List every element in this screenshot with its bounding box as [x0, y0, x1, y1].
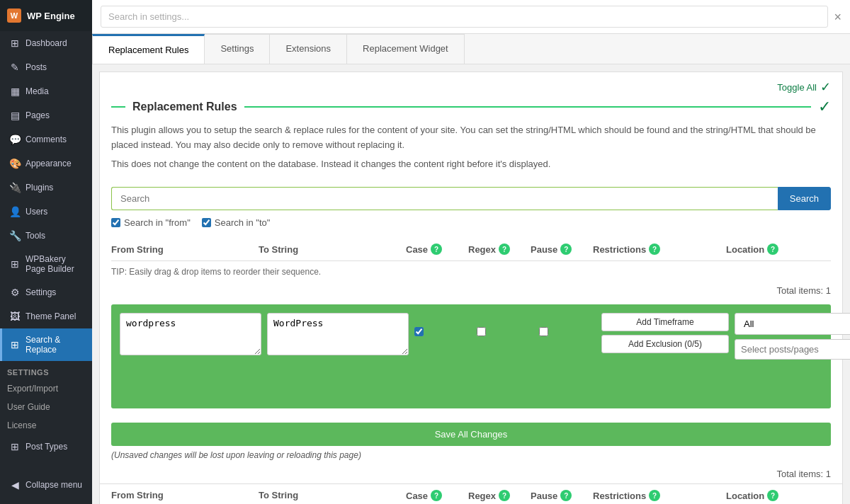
th-to-string: To String	[259, 244, 400, 255]
sidebar-item-label: Theme Panel	[26, 311, 76, 321]
regex-help-icon[interactable]: ?	[499, 244, 510, 255]
rule-row-wrap: wordpress WordPress	[111, 304, 831, 408]
tab-replacement-rules[interactable]: Replacement Rules	[92, 34, 205, 64]
sidebar-item-search-replace[interactable]: ⊞ Search & Replace	[0, 328, 92, 361]
sidebar-item-plugins[interactable]: 🔌 Plugins	[0, 176, 92, 200]
bth-pause-help-icon[interactable]: ?	[560, 490, 572, 501]
sidebar-item-comments[interactable]: 💬 Comments	[0, 127, 92, 151]
bth-location-help-icon[interactable]: ?	[767, 490, 778, 501]
case-help-icon[interactable]: ?	[431, 244, 442, 255]
bth-restrictions-help-icon[interactable]: ?	[649, 490, 660, 501]
save-all-changes-button[interactable]: Save All Changes	[111, 423, 831, 446]
to-string-input[interactable]: WordPress	[267, 313, 409, 355]
tab-replacement-widget[interactable]: Replacement Widget	[346, 34, 465, 64]
sidebar-item-label: Posts	[26, 62, 47, 72]
settings-search-input[interactable]	[101, 6, 828, 28]
sidebar-item-pages[interactable]: ▤ Pages	[0, 103, 92, 127]
case-checkbox[interactable]	[414, 327, 424, 336]
bth-restrictions: Restrictions ?	[593, 490, 720, 501]
toggle-all-button[interactable]: Toggle All ✓	[777, 79, 831, 95]
sidebar-item-wpbakery[interactable]: ⊞ WPBakery Page Builder	[0, 248, 92, 280]
section-title: Replacement Rules	[132, 101, 237, 113]
th-location-label: Location	[726, 244, 764, 255]
sidebar-sub-userguide[interactable]: User Guide	[0, 398, 92, 416]
sidebar-item-posts[interactable]: ✎ Posts	[0, 55, 92, 79]
add-exclusion-button[interactable]: Add Exclusion (0/5)	[601, 335, 729, 353]
th-to-string-label: To String	[259, 244, 298, 255]
location-pages-input[interactable]	[735, 339, 850, 360]
sidebar-item-dashboard[interactable]: ⊞ Dashboard	[0, 31, 92, 55]
location-all-select[interactable]: All	[735, 313, 850, 335]
sidebar-item-appearance[interactable]: 🎨 Appearance	[0, 151, 92, 176]
bth-case-help-icon[interactable]: ?	[431, 490, 442, 501]
sidebar-item-label: Settings	[26, 287, 56, 297]
add-timeframe-button[interactable]: Add Timeframe	[601, 313, 729, 331]
location-help-icon[interactable]: ?	[767, 244, 778, 255]
search-from-checkbox[interactable]	[111, 218, 120, 227]
tools-icon: 🔧	[9, 230, 21, 241]
comments-icon: 💬	[9, 134, 21, 145]
regex-cell	[477, 313, 533, 338]
search-close-button[interactable]: ×	[834, 11, 842, 23]
pause-help-icon[interactable]: ?	[560, 244, 572, 255]
rules-search-input[interactable]	[111, 187, 778, 210]
rules-search-button[interactable]: Search	[778, 187, 831, 210]
total-items-bottom: Total items: 1	[100, 469, 842, 479]
sidebar-item-settings[interactable]: ⚙ Settings	[0, 280, 92, 304]
sidebar-item-label: Media	[26, 86, 49, 96]
bth-from-string: From String	[111, 490, 253, 501]
bth-regex-help-icon[interactable]: ?	[499, 490, 510, 501]
appearance-icon: 🎨	[9, 158, 21, 169]
settings-icon: ⚙	[9, 287, 21, 298]
tab-extensions[interactable]: Extensions	[269, 34, 347, 64]
pause-checkbox[interactable]	[539, 327, 548, 336]
th-from-string: From String	[111, 244, 253, 255]
th-restrictions: Restrictions ?	[593, 244, 720, 255]
from-string-cell: wordpress	[120, 313, 261, 357]
toggle-all-label: Toggle All	[777, 82, 817, 93]
search-to-text: Search in "to"	[215, 217, 271, 228]
search-from-label[interactable]: Search in "from"	[111, 217, 191, 228]
th-regex: Regex ?	[468, 244, 525, 255]
theme-panel-icon: 🖼	[9, 311, 21, 322]
from-string-input[interactable]: wordpress	[120, 313, 261, 355]
bth-case: Case ?	[406, 490, 463, 501]
sidebar-item-label: Pages	[26, 110, 50, 120]
regex-checkbox[interactable]	[477, 327, 486, 336]
tip-text: TIP: Easily drag & drop items to reorder…	[111, 267, 321, 277]
sidebar-item-label: Post Types	[26, 442, 67, 452]
search-replace-icon: ⊞	[9, 339, 21, 350]
table-header: From String To String Case ? Regex ? Pau…	[111, 238, 831, 261]
th-restrictions-label: Restrictions	[593, 244, 646, 255]
sidebar-item-label: WPBakery Page Builder	[26, 254, 85, 274]
sidebar-item-collapse[interactable]: ◀ Collapse menu	[0, 473, 92, 497]
bth-location: Location ?	[726, 490, 850, 501]
restrictions-help-icon[interactable]: ?	[649, 244, 660, 255]
sidebar-logo: W WP Engine	[0, 0, 92, 31]
sidebar-item-label: Dashboard	[26, 38, 67, 48]
settings-section-label: Settings	[0, 361, 92, 379]
sidebar-sub-license[interactable]: License	[0, 416, 92, 435]
search-to-checkbox[interactable]	[202, 218, 211, 227]
sidebar-item-label: Appearance	[26, 159, 72, 168]
tabs-bar: Replacement Rules Settings Extensions Re…	[92, 34, 850, 64]
collapse-icon: ◀	[9, 479, 21, 491]
bth-regex: Regex ?	[468, 490, 525, 501]
collapse-label: Collapse menu	[26, 480, 82, 490]
section-header: Replacement Rules ✓	[100, 98, 842, 123]
restrictions-cell: Add Timeframe Add Exclusion (0/5)	[601, 313, 729, 353]
tab-settings[interactable]: Settings	[204, 34, 270, 64]
pause-cell	[539, 313, 596, 338]
section-chevron-icon: ✓	[818, 98, 831, 116]
sidebar-item-theme-panel[interactable]: 🖼 Theme Panel	[0, 304, 92, 328]
sidebar: W WP Engine ⊞ Dashboard ✎ Posts ▦ Media …	[0, 0, 92, 504]
th-case: Case ?	[406, 244, 463, 255]
sidebar-sub-export[interactable]: Export/Import	[0, 379, 92, 398]
sidebar-item-post-types[interactable]: ⊞ Post Types	[0, 435, 92, 459]
sidebar-item-media[interactable]: ▦ Media	[0, 79, 92, 103]
toggle-all-row: Toggle All ✓	[100, 72, 842, 98]
search-to-label[interactable]: Search in "to"	[202, 217, 271, 228]
section-line-right	[244, 106, 811, 108]
sidebar-item-users[interactable]: 👤 Users	[0, 200, 92, 224]
sidebar-item-tools[interactable]: 🔧 Tools	[0, 224, 92, 248]
